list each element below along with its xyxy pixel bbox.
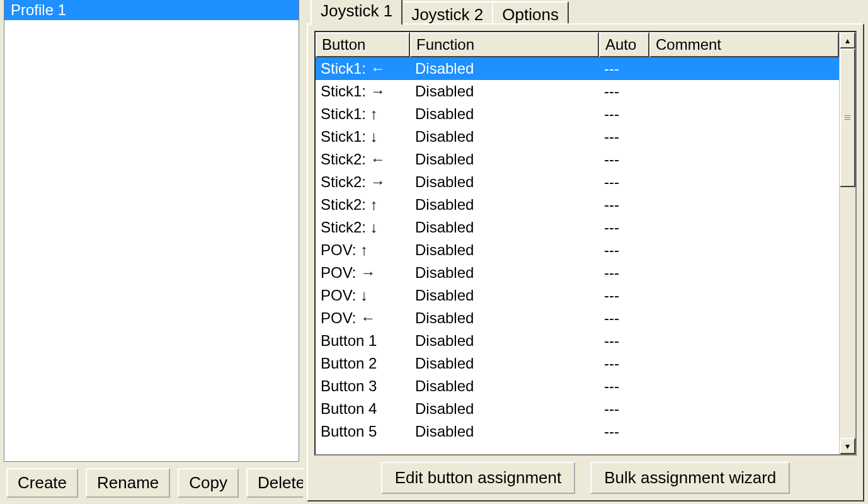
cell-comment [649, 261, 839, 284]
cell-auto: --- [599, 216, 649, 239]
cell-auto: --- [599, 284, 649, 307]
cell-button: POV: ↑ [316, 239, 410, 261]
cell-button: Button 2 [316, 352, 410, 375]
table-row[interactable]: Stick1: ←Disabled--- [316, 57, 839, 80]
table-row[interactable]: Stick1: ↓Disabled--- [316, 125, 839, 148]
cell-function: Disabled [410, 261, 599, 284]
column-header-comment[interactable]: Comment [649, 32, 839, 57]
assignment-listview[interactable]: Button Function Auto Comment Stick1: ←Di… [316, 32, 839, 454]
right-panel: Joystick 1 Joystick 2 Options Button Fun… [303, 0, 868, 504]
cell-button: Button 4 [316, 398, 410, 420]
cell-auto: --- [599, 261, 649, 284]
cell-function: Disabled [410, 103, 599, 125]
left-panel: Profile 1 Create Rename Copy Delete [0, 0, 303, 504]
table-row[interactable]: POV: ↓Disabled--- [316, 284, 839, 307]
tab-label: Joystick 2 [411, 5, 483, 24]
cell-auto: --- [599, 57, 649, 80]
cell-function: Disabled [410, 284, 599, 307]
cell-comment [649, 103, 839, 125]
table-row[interactable]: Stick2: ↓Disabled--- [316, 216, 839, 239]
cell-function: Disabled [410, 80, 599, 103]
tab-content: Button Function Auto Comment Stick1: ←Di… [307, 23, 864, 501]
cell-function: Disabled [410, 171, 599, 193]
cell-auto: --- [599, 307, 649, 329]
cell-comment [649, 239, 839, 261]
scrollbar-thumb[interactable] [840, 49, 855, 187]
edit-button-assignment-button[interactable]: Edit button assignment [381, 462, 576, 494]
cell-auto: --- [599, 329, 649, 352]
cell-button: Stick1: → [316, 80, 410, 103]
assignment-listview-container: Button Function Auto Comment Stick1: ←Di… [314, 31, 857, 455]
cell-comment [649, 398, 839, 420]
table-row[interactable]: Button 3Disabled--- [316, 375, 839, 398]
scrollbar-track[interactable] [840, 49, 855, 438]
cell-function: Disabled [410, 239, 599, 261]
profile-list-item-label: Profile 1 [11, 1, 66, 18]
cell-function: Disabled [410, 352, 599, 375]
tab-joystick-1[interactable]: Joystick 1 [311, 0, 403, 25]
profile-listbox[interactable]: Profile 1 [4, 0, 299, 462]
cell-comment [649, 284, 839, 307]
cell-function: Disabled [410, 148, 599, 171]
cell-comment [649, 171, 839, 193]
tab-label: Options [502, 5, 559, 24]
cell-button: Button 1 [316, 329, 410, 352]
vertical-scrollbar[interactable]: ▴ ▾ [839, 32, 855, 454]
cell-button: Stick2: ↓ [316, 216, 410, 239]
cell-button: Stick2: ↑ [316, 193, 410, 216]
table-row[interactable]: Stick2: ←Disabled--- [316, 148, 839, 171]
cell-auto: --- [599, 125, 649, 148]
cell-button: Button 3 [316, 375, 410, 398]
cell-button: POV: ← [316, 307, 410, 329]
rename-button[interactable]: Rename [86, 468, 170, 498]
profile-list-item[interactable]: Profile 1 [4, 0, 299, 20]
listview-body: Stick1: ←Disabled---Stick1: →Disabled---… [316, 57, 839, 454]
scroll-down-button[interactable]: ▾ [840, 438, 855, 454]
table-row[interactable]: Button 5Disabled--- [316, 420, 839, 443]
cell-comment [649, 420, 839, 443]
table-row[interactable]: Button 1Disabled--- [316, 329, 839, 352]
tab-label: Joystick 1 [321, 1, 392, 20]
cell-function: Disabled [410, 216, 599, 239]
table-row[interactable]: Button 2Disabled--- [316, 352, 839, 375]
table-row[interactable]: POV: →Disabled--- [316, 261, 839, 284]
table-row[interactable]: Button 4Disabled--- [316, 398, 839, 420]
cell-auto: --- [599, 375, 649, 398]
tab-options[interactable]: Options [492, 1, 569, 25]
create-button[interactable]: Create [6, 468, 78, 498]
cell-function: Disabled [410, 57, 599, 80]
table-row[interactable]: Stick1: →Disabled--- [316, 80, 839, 103]
column-header-function[interactable]: Function [410, 32, 599, 57]
bulk-assignment-wizard-button[interactable]: Bulk assignment wizard [590, 462, 790, 494]
cell-button: Stick1: ↓ [316, 125, 410, 148]
cell-comment [649, 329, 839, 352]
cell-button: POV: → [316, 261, 410, 284]
cell-comment [649, 193, 839, 216]
triangle-up-icon: ▴ [845, 35, 850, 45]
column-header-auto[interactable]: Auto [599, 32, 649, 57]
cell-comment [649, 148, 839, 171]
cell-button: POV: ↓ [316, 284, 410, 307]
right-buttons-bar: Edit button assignment Bulk assignment w… [314, 455, 857, 494]
table-row[interactable]: Stick2: ↑Disabled--- [316, 193, 839, 216]
cell-auto: --- [599, 352, 649, 375]
cell-button: Button 5 [316, 420, 410, 443]
tab-joystick-2[interactable]: Joystick 2 [401, 1, 493, 25]
cell-auto: --- [599, 420, 649, 443]
cell-button: Stick2: ← [316, 148, 410, 171]
cell-function: Disabled [410, 307, 599, 329]
cell-auto: --- [599, 239, 649, 261]
cell-comment [649, 375, 839, 398]
table-row[interactable]: Stick1: ↑Disabled--- [316, 103, 839, 125]
cell-function: Disabled [410, 398, 599, 420]
cell-auto: --- [599, 171, 649, 193]
column-header-button[interactable]: Button [316, 32, 410, 57]
table-row[interactable]: POV: ←Disabled--- [316, 307, 839, 329]
cell-comment [649, 125, 839, 148]
cell-comment [649, 352, 839, 375]
table-row[interactable]: POV: ↑Disabled--- [316, 239, 839, 261]
scroll-up-button[interactable]: ▴ [840, 32, 855, 49]
cell-comment [649, 216, 839, 239]
table-row[interactable]: Stick2: →Disabled--- [316, 171, 839, 193]
copy-button[interactable]: Copy [178, 468, 239, 498]
